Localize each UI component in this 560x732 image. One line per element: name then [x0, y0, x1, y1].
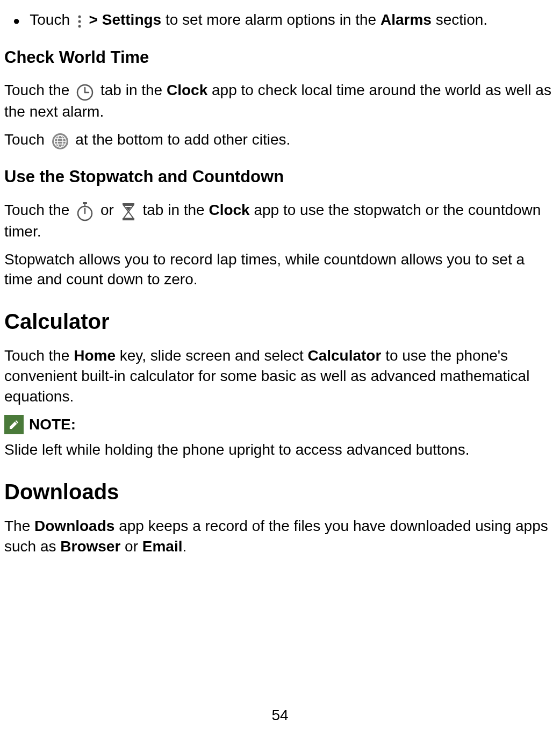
text: Touch [4, 131, 49, 148]
text-bold: > Settings [89, 11, 162, 28]
text: Touch the [4, 202, 74, 218]
text: to set more alarm options in the [161, 11, 380, 28]
note-label: NOTE: [29, 414, 76, 435]
hourglass-icon [120, 201, 137, 221]
overflow-menu-icon [76, 11, 83, 31]
paragraph: Touch at the bottom to add other cities. [4, 130, 556, 151]
text-bold: Home [74, 347, 116, 364]
text: tab in the [139, 202, 209, 218]
text: The [4, 518, 34, 534]
text: at the bottom to add other cities. [71, 131, 291, 148]
text: key, slide screen and select [116, 347, 307, 364]
bullet-marker: ● [13, 13, 20, 29]
paragraph: Touch the tab in the Clock app to check … [4, 80, 556, 121]
text: . [183, 538, 187, 555]
paragraph: Touch the Home key, slide screen and sel… [4, 346, 556, 406]
text: Touch [30, 11, 74, 28]
note-pencil-icon [4, 415, 24, 434]
text: Touch the [4, 347, 74, 364]
text-bold: Clock [209, 202, 249, 218]
note-row: NOTE: [4, 414, 556, 435]
globe-add-icon [51, 130, 69, 150]
text-bold: Alarms [380, 11, 432, 28]
svg-point-2 [78, 25, 81, 28]
text [85, 11, 89, 28]
page-number: 54 [271, 705, 288, 726]
bullet-text: Touch > Settings to set more alarm optio… [30, 10, 556, 31]
text-bold: Browser [60, 538, 120, 555]
stopwatch-icon [76, 200, 94, 221]
text-bold: Clock [167, 82, 207, 98]
paragraph: The Downloads app keeps a record of the … [4, 516, 556, 557]
paragraph: Stopwatch allows you to record lap times… [4, 249, 556, 290]
text: section. [432, 11, 487, 28]
heading-downloads: Downloads [4, 477, 556, 506]
svg-point-1 [78, 20, 81, 23]
text-bold: Email [142, 538, 183, 555]
text: or [120, 538, 142, 555]
text: tab in the [96, 82, 167, 98]
text-bold: Downloads [34, 518, 114, 534]
section-title-stopwatch: Use the Stopwatch and Countdown [4, 166, 556, 188]
text-bold: Calculator [307, 347, 381, 364]
text: Touch the [4, 82, 74, 98]
section-title-world-time: Check World Time [4, 46, 556, 69]
paragraph: Touch the or tab in the Clock app to use… [4, 200, 556, 242]
paragraph: Slide left while holding the phone uprig… [4, 440, 556, 460]
heading-calculator: Calculator [4, 307, 556, 336]
bullet-list-item: ● Touch > Settings to set more alarm opt… [4, 10, 556, 31]
clock-icon [76, 81, 94, 102]
svg-point-0 [78, 16, 81, 18]
text: or [96, 202, 118, 218]
svg-rect-12 [83, 202, 87, 204]
